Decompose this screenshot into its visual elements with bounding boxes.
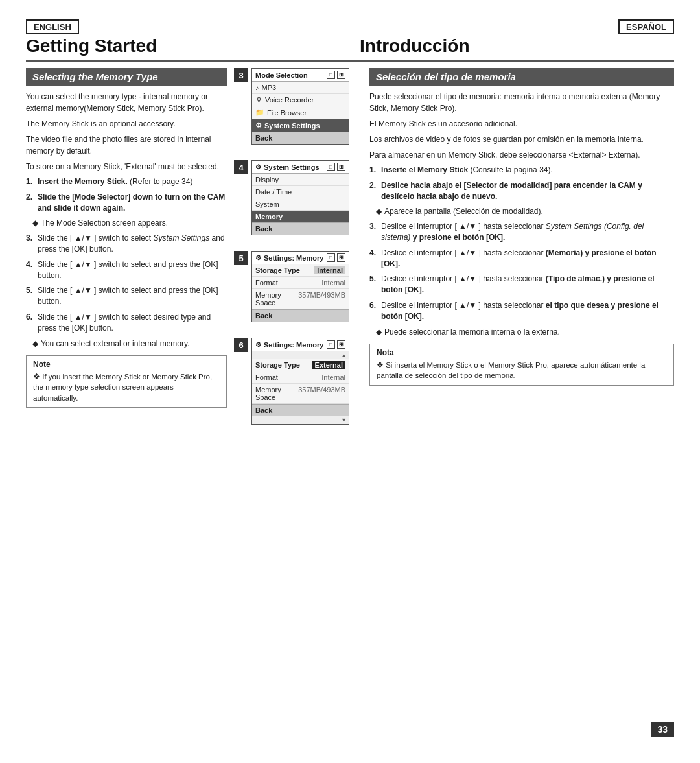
col-right: Selección del tipo de memoria Puede sele… bbox=[356, 68, 674, 440]
step-text: Deslice el interruptor [ ▲/▼ ] hasta sel… bbox=[381, 248, 674, 270]
diagram-header-icons: □⊞ bbox=[327, 340, 345, 349]
row-label: Memory bbox=[255, 213, 283, 220]
storage-type-label: Storage Type bbox=[255, 361, 300, 369]
bullet-item: ◆Aparece la pantalla (Selección de modal… bbox=[369, 206, 674, 217]
intro-p1-es: Puede seleccionar el tipo de memoria: me… bbox=[369, 91, 674, 114]
language-row: ENGLISH ESPAÑOL bbox=[26, 19, 674, 34]
diagram-header: Mode Selection□⊞ bbox=[252, 69, 349, 82]
note-title-en: Note bbox=[33, 360, 220, 369]
header-icon-sq: □ bbox=[327, 253, 335, 262]
diagram-box: ⚙ Settings: Memory□⊞▲Storage TypeExterna… bbox=[251, 338, 349, 425]
diagram-3: 3Mode Selection□⊞♪MP3🎙Voice Recorder📁Fil… bbox=[234, 68, 349, 151]
titles-row: Getting Started Introducción bbox=[26, 36, 674, 62]
row-label: Memory Space bbox=[255, 386, 298, 401]
intro-p2-es: El Memory Stick es un accesorio adiciona… bbox=[369, 118, 674, 130]
header-icon-sq2: ⊞ bbox=[337, 71, 345, 79]
bullet-item: ◆Puede seleccionar la memoria interna o … bbox=[369, 327, 674, 338]
diagram-header: ⚙ Settings: Memory□⊞ bbox=[252, 252, 349, 264]
step-num: 4. bbox=[26, 259, 35, 281]
step-num: 2. bbox=[26, 192, 35, 214]
title-es: Introducción bbox=[340, 36, 674, 56]
step-item: 4.Deslice el interruptor [ ▲/▼ ] hasta s… bbox=[369, 248, 674, 270]
step-item: 2.Deslice hacia abajo el [Selector de mo… bbox=[369, 180, 674, 202]
diagram-box: ⚙ System Settings□⊞DisplayDate / TimeSys… bbox=[251, 160, 349, 235]
intro-p4-en: To store on a Memory Stick, 'External' m… bbox=[26, 161, 227, 172]
step-num: 6. bbox=[26, 312, 35, 334]
step-text: Deslice hacia abajo el [Selector de moda… bbox=[381, 180, 674, 202]
diagram-number: 3 bbox=[234, 68, 248, 82]
diagram-row: 📁File Browser bbox=[252, 106, 349, 119]
scroll-indicator-up: ▲ bbox=[252, 351, 349, 359]
note-box-en: Note ❖ If you insert the Memory Stick or… bbox=[26, 355, 227, 407]
header-icon-sq2: ⊞ bbox=[337, 340, 345, 349]
diagram-row: Storage TypeExternal bbox=[252, 359, 349, 371]
step-num: 1. bbox=[369, 165, 379, 176]
intro-p4-es: Para almacenar en un Memory Stick, debe … bbox=[369, 149, 674, 161]
step-item: 1.Inserte el Memory Stick (Consulte la p… bbox=[369, 165, 674, 176]
diagram-header: ⚙ System Settings□⊞ bbox=[252, 161, 349, 174]
diagram-row: Date / Time bbox=[252, 186, 349, 198]
header-icon-sq: □ bbox=[327, 71, 335, 79]
step-item: 6.Slide the [ ▲/▼ ] switch to select des… bbox=[26, 312, 227, 334]
diagram-row: Memory bbox=[252, 211, 349, 223]
diagram-number: 5 bbox=[234, 251, 248, 265]
step-num: 3. bbox=[26, 233, 35, 255]
row-label: Memory Space bbox=[255, 291, 298, 307]
diagram-title: ⚙ Settings: Memory bbox=[255, 341, 323, 349]
diagram-row: System bbox=[252, 198, 349, 211]
diagram-6: 6⚙ Settings: Memory□⊞▲Storage TypeExtern… bbox=[234, 338, 349, 431]
title-en: Getting Started bbox=[26, 36, 340, 56]
diagram-number: 6 bbox=[234, 338, 248, 352]
row-value: 357MB/493MB bbox=[298, 291, 345, 307]
step-text: Slide the [ ▲/▼ ] switch to select desir… bbox=[38, 312, 227, 334]
page: ENGLISH ESPAÑOL Getting Started Introduc… bbox=[0, 0, 700, 763]
row-label: Voice Recorder bbox=[265, 96, 314, 104]
step-item: 3.Slide the [ ▲/▼ ] switch to select Sys… bbox=[26, 233, 227, 255]
col-center: 3Mode Selection□⊞♪MP3🎙Voice Recorder📁Fil… bbox=[227, 68, 356, 440]
note-box-es: Nota ❖ Si inserta el Memory Stick o el M… bbox=[369, 344, 674, 385]
diagram-header: ⚙ Settings: Memory□⊞ bbox=[252, 338, 349, 351]
bullet-sym: ◆ bbox=[376, 327, 382, 338]
step-text: Inserte el Memory Stick (Consulte la pág… bbox=[381, 165, 674, 176]
intro-p3-es: Los archivos de video y de fotos se guar… bbox=[369, 134, 674, 145]
steps-es: 1.Inserte el Memory Stick (Consulte la p… bbox=[369, 165, 674, 337]
diagram-header-icons: □⊞ bbox=[327, 253, 345, 262]
step-item: 3.Deslice el interruptor [ ▲/▼ ] hasta s… bbox=[369, 221, 674, 243]
row-icon: 🎙 bbox=[255, 96, 262, 104]
step-item: 1.Insert the Memory Stick. (Refer to pag… bbox=[26, 176, 227, 187]
storage-type-label: Storage Type bbox=[255, 266, 300, 274]
step-num: 5. bbox=[26, 285, 35, 307]
step-text: Deslice el interruptor [ ▲/▼ ] hasta sel… bbox=[381, 221, 674, 243]
bullet-item: ◆The Mode Selection screen appears. bbox=[26, 218, 227, 229]
bullet-sym: ◆ bbox=[32, 218, 38, 229]
storage-type-value: Internal bbox=[314, 266, 345, 274]
step-text: Insert the Memory Stick. (Refer to page … bbox=[38, 176, 227, 187]
intro-p2-en: The Memory Stick is an optional accessor… bbox=[26, 118, 227, 130]
step-num: 6. bbox=[369, 300, 379, 322]
page-number: 33 bbox=[651, 722, 674, 737]
row-value: Internal bbox=[321, 279, 345, 287]
section-header-es: Selección del tipo de memoria bbox=[369, 68, 674, 86]
diagram-num-row: 6⚙ Settings: Memory□⊞▲Storage TypeExtern… bbox=[234, 338, 349, 425]
diagram-row: Back bbox=[252, 404, 349, 416]
diagram-row: ♪MP3 bbox=[252, 82, 349, 94]
row-value: Internal bbox=[321, 373, 345, 381]
storage-type-value: External bbox=[312, 361, 345, 369]
step-text: Deslice el interruptor [ ▲/▼ ] hasta sel… bbox=[381, 274, 674, 296]
step-item: 4.Slide the [ ▲/▼ ] switch to select and… bbox=[26, 259, 227, 281]
note-title-es: Nota bbox=[377, 348, 667, 357]
row-label: Display bbox=[255, 176, 279, 183]
header-icon-sq: □ bbox=[327, 340, 335, 349]
diagram-row: FormatInternal bbox=[252, 277, 349, 289]
content-area: Selecting the Memory Type You can select… bbox=[26, 68, 674, 440]
section-header-en: Selecting the Memory Type bbox=[26, 68, 227, 86]
diagram-number: 4 bbox=[234, 160, 248, 174]
diagram-title: Mode Selection bbox=[255, 71, 308, 79]
note-text-en: ❖ If you insert the Memory Stick or Memo… bbox=[33, 371, 220, 403]
step-item: 2.Slide the [Mode Selector] down to turn… bbox=[26, 192, 227, 214]
row-label: MP3 bbox=[262, 84, 277, 91]
header-icon-sq2: ⊞ bbox=[337, 253, 345, 262]
step-text: Slide the [ ▲/▼ ] switch to select Syste… bbox=[38, 233, 227, 255]
diagram-box: ⚙ Settings: Memory□⊞Storage TypeInternal… bbox=[251, 251, 349, 322]
steps-en: 1.Insert the Memory Stick. (Refer to pag… bbox=[26, 176, 227, 349]
